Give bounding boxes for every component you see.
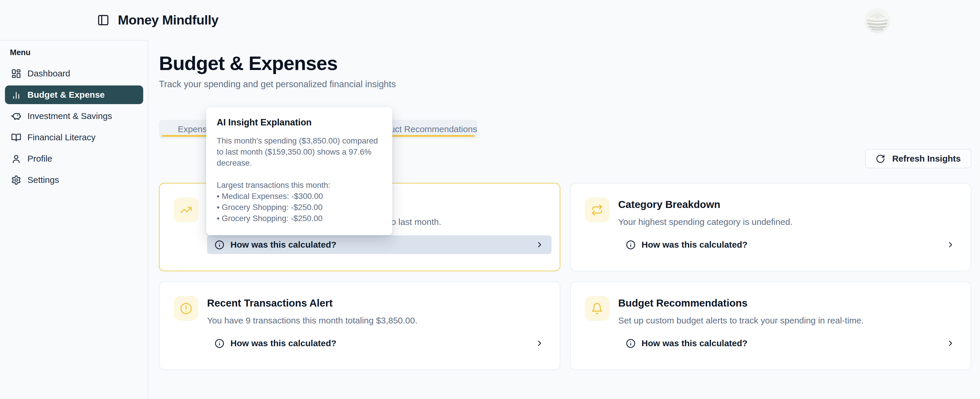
card-budget-recommendations[interactable]: Budget Recommendations Set up custom bud… [570, 281, 972, 370]
info-icon [626, 240, 636, 250]
refresh-icon [876, 154, 885, 164]
how-calculated-label: How was this calculated? [231, 339, 336, 348]
how-calculated-label: How was this calculated? [642, 339, 748, 348]
repeat-icon [591, 204, 603, 216]
how-calculated-link[interactable]: How was this calculated? [207, 334, 552, 353]
refresh-insights-label: Refresh Insights [892, 154, 961, 164]
chevron-right-icon [535, 240, 544, 249]
sidebar-item-profile[interactable]: Profile [5, 149, 143, 168]
card-content: Recent Transactions Alert You have 9 tra… [207, 296, 552, 358]
card-icon-tile [173, 296, 198, 321]
header: Money Mindfully [0, 0, 980, 40]
card-icon-tile [585, 197, 609, 222]
tooltip-title: AI Insight Explanation [217, 117, 382, 128]
user-icon [11, 154, 21, 164]
how-calculated-link[interactable]: How was this calculated? [618, 235, 963, 254]
sidebar-item-label: Dashboard [27, 68, 70, 78]
sidebar-item-investment-savings[interactable]: Investment & Savings [5, 107, 143, 126]
info-icon [626, 339, 636, 348]
card-content: Budget Recommendations Set up custom bud… [618, 296, 963, 358]
info-icon [215, 339, 224, 348]
refresh-insights-button[interactable]: Refresh Insights [865, 149, 971, 168]
sidebar-item-budget-expense[interactable]: Budget & Expense [5, 86, 143, 104]
card-content: Category Breakdown Your highest spending… [618, 197, 963, 259]
user-avatar[interactable] [865, 8, 889, 32]
alert-circle-icon [180, 302, 192, 315]
card-title: Budget Recommendations [618, 297, 963, 309]
bar-chart-icon [11, 90, 21, 100]
card-category-breakdown[interactable]: Category Breakdown Your highest spending… [570, 183, 972, 271]
sidebar-toggle-button[interactable] [96, 13, 110, 27]
page-title: Budget & Expenses [159, 52, 971, 75]
sidebar-item-label: Investment & Savings [27, 111, 112, 121]
card-description: You have 9 transactions this month total… [207, 315, 552, 326]
tooltip-body: This month's spending ($3,850.00) compar… [217, 135, 382, 224]
card-icon-tile [585, 296, 609, 321]
card-icon-tile [173, 197, 198, 222]
card-title: Recent Transactions Alert [207, 297, 552, 309]
sidebar: Menu Dashboard Budget & Expense [0, 40, 148, 399]
piggy-bank-icon [11, 111, 21, 121]
bell-icon [591, 302, 603, 315]
card-recent-transactions-alert[interactable]: Recent Transactions Alert You have 9 tra… [159, 281, 560, 370]
sidebar-nav: Dashboard Budget & Expense [5, 64, 143, 189]
chevron-right-icon [535, 339, 544, 348]
sidebar-item-label: Budget & Expense [27, 90, 105, 100]
chevron-right-icon [946, 339, 955, 348]
ai-insight-tooltip: AI Insight Explanation This month's spen… [206, 107, 392, 235]
how-calculated-link[interactable]: How was this calculated? [618, 334, 963, 353]
sidebar-item-label: Financial Literacy [27, 132, 95, 142]
sidebar-item-settings[interactable]: Settings [5, 171, 143, 189]
gear-icon [11, 175, 21, 185]
info-icon [215, 240, 224, 250]
sidebar-menu-label: Menu [10, 48, 143, 57]
app-root: Money Mindfully Menu [0, 0, 980, 399]
panel-left-icon [97, 14, 110, 26]
trending-up-icon [180, 204, 192, 216]
sidebar-item-label: Settings [27, 175, 59, 185]
open-book-icon [11, 132, 21, 143]
card-description: Set up custom budget alerts to track you… [618, 315, 963, 326]
sidebar-item-label: Profile [27, 154, 52, 164]
sidebar-item-financial-literacy[interactable]: Financial Literacy [5, 128, 143, 147]
app-title: Money Mindfully [118, 13, 218, 28]
sidebar-item-dashboard[interactable]: Dashboard [5, 64, 143, 83]
card-title: Category Breakdown [618, 199, 963, 210]
chevron-right-icon [946, 240, 955, 249]
how-calculated-label: How was this calculated? [231, 240, 336, 250]
how-calculated-label: How was this calculated? [642, 240, 748, 250]
how-calculated-link[interactable]: How was this calculated? [207, 235, 552, 254]
dashboard-icon [11, 68, 21, 79]
card-description: Your highest spending category is undefi… [618, 217, 963, 227]
page-subtitle: Track your spending and get personalized… [159, 79, 971, 89]
